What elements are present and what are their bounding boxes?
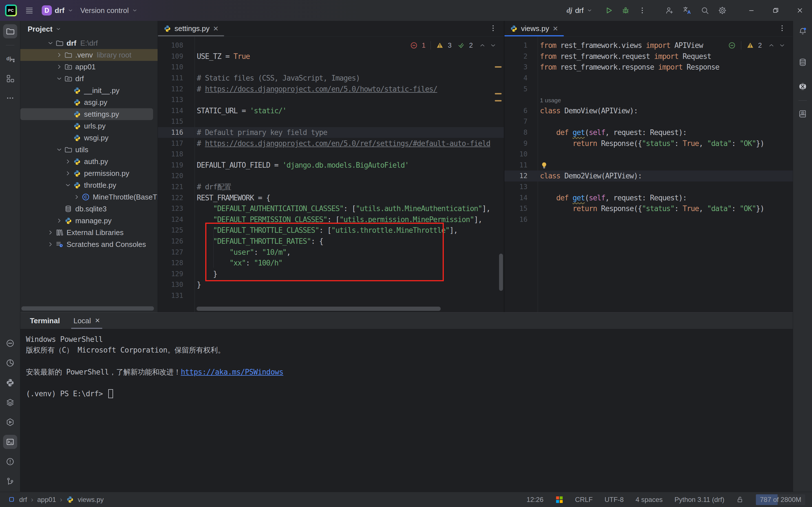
editor-options-icon[interactable]: [489, 24, 497, 32]
terminal-tab-local[interactable]: Local ✕: [68, 313, 105, 329]
next-problem-icon[interactable]: [779, 42, 786, 49]
chevron-right-icon[interactable]: [55, 63, 63, 70]
project-tool-button[interactable]: [3, 24, 17, 38]
settings-editor-body[interactable]: 1 3 2 108109USE_TZ = True110111# Static …: [158, 37, 504, 312]
code-line-112[interactable]: 112# https://docs.djangoproject.com/en/5…: [158, 83, 504, 95]
code-line-2[interactable]: 2from rest_framework.request import Requ…: [504, 51, 793, 62]
code-line-11[interactable]: 11: [504, 160, 793, 171]
code-line-6[interactable]: 6class DemoView(APIView):: [504, 105, 793, 116]
close-button[interactable]: [788, 0, 812, 21]
memory-indicator[interactable]: 787 of 2800M: [756, 494, 805, 505]
inspection-widget[interactable]: 2: [728, 41, 786, 50]
usage-inlay-row[interactable]: 1 usage: [504, 95, 793, 105]
terminal-link[interactable]: https://aka.ms/PSWindows: [181, 368, 283, 376]
code-line-4[interactable]: 4: [504, 73, 793, 84]
code-line-118[interactable]: 118: [158, 149, 504, 160]
code-line-122[interactable]: 122REST_FRAMEWORK = {: [158, 192, 504, 203]
more-tool-windows-icon[interactable]: [3, 91, 17, 105]
tree-item-init-py[interactable]: __init__.py: [20, 84, 158, 96]
inspection-widget[interactable]: 1 3 2: [410, 41, 496, 50]
minimize-button[interactable]: [739, 0, 763, 21]
terminal-tool-button[interactable]: [3, 435, 17, 449]
tree-item-drf[interactable]: drfE:\drf: [20, 37, 158, 49]
project-widget[interactable]: D drf: [38, 3, 77, 18]
tab-close-icon[interactable]: ✕: [553, 25, 558, 33]
code-line-121[interactable]: 121# drf配置: [158, 181, 504, 192]
settings-vscrollbar[interactable]: [499, 253, 503, 291]
notifications-tool-button[interactable]: [796, 24, 810, 38]
code-with-me-icon[interactable]: [665, 6, 674, 15]
tab-settings-py[interactable]: settings.py ✕: [158, 21, 224, 36]
settings-hscrollbar[interactable]: [197, 306, 441, 311]
next-problem-icon[interactable]: [490, 42, 496, 49]
tab-views-py[interactable]: views.py ✕: [504, 21, 564, 36]
editor-options-icon[interactable]: [778, 24, 786, 32]
tree-item-minethrottle-basethrottle[interactable]: CMineThrottle(BaseThrottle): [20, 191, 158, 203]
dictionary-tool-button[interactable]: A: [796, 107, 810, 121]
inspections-tool-button[interactable]: [3, 336, 17, 350]
code-line-5[interactable]: 5: [504, 83, 793, 95]
code-line-111[interactable]: 111# Static files (CSS, JavaScript, Imag…: [158, 73, 504, 84]
structure-tool-button[interactable]: [3, 71, 17, 86]
code-line-120[interactable]: 120: [158, 170, 504, 181]
vcs-widget[interactable]: Version control: [77, 3, 141, 18]
code-line-13[interactable]: 13: [504, 181, 793, 192]
microsoft-logo-icon[interactable]: [555, 496, 563, 504]
code-line-109[interactable]: 109USE_TZ = True: [158, 51, 504, 62]
tree-item-db-sqlite3[interactable]: db.sqlite3: [20, 203, 158, 215]
status-encoding[interactable]: UTF-8: [604, 496, 624, 504]
database-tool-button[interactable]: [796, 55, 810, 69]
stripe-warning-mark[interactable]: [495, 66, 501, 68]
code-line-131[interactable]: 131: [158, 290, 504, 301]
more-actions-icon[interactable]: [638, 6, 646, 14]
code-line-14[interactable]: 14 def get(self, request: Request):: [504, 192, 793, 203]
code-line-117[interactable]: 117# https://docs.djangoproject.com/en/5…: [158, 138, 504, 149]
plugin-x-tool-button[interactable]: [796, 79, 810, 94]
code-line-12[interactable]: 12class Demo2View(APIView):: [504, 170, 793, 181]
search-everywhere-icon[interactable]: [700, 6, 709, 15]
maximize-button[interactable]: [763, 0, 788, 21]
stripe-warning-mark[interactable]: [495, 100, 501, 102]
version-control-tool-button[interactable]: [3, 474, 17, 489]
chevron-down-icon[interactable]: [55, 26, 61, 32]
run-button[interactable]: [604, 6, 613, 15]
chevron-right-icon[interactable]: [64, 158, 72, 165]
tree-item-urls-py[interactable]: urls.py: [20, 120, 158, 132]
tree-item-drf[interactable]: drf: [20, 73, 158, 84]
code-line-7[interactable]: 7: [504, 116, 793, 127]
code-line-119[interactable]: 119DEFAULT_AUTO_FIELD = 'django.db.model…: [158, 160, 504, 171]
python-console-tool-button[interactable]: [3, 376, 17, 390]
services-tool-button[interactable]: [3, 415, 17, 429]
code-line-8[interactable]: 8 def get(self, request: Request):: [504, 127, 793, 138]
tree-item-settings-py[interactable]: settings.py: [20, 108, 153, 120]
status-interpreter[interactable]: Python 3.11 (drf): [674, 496, 724, 504]
breadcrumb-drf[interactable]: drf: [19, 496, 27, 504]
tab-close-icon[interactable]: ✕: [213, 25, 218, 33]
profiler-tool-button[interactable]: [3, 356, 17, 370]
intention-bulb-icon[interactable]: [540, 161, 548, 170]
translate-icon[interactable]: A: [682, 6, 692, 15]
settings-gear-icon[interactable]: [718, 6, 727, 15]
chevron-right-icon[interactable]: [72, 193, 81, 201]
tree-item-scratches-and-consoles[interactable]: Scratches and Consoles: [20, 238, 158, 250]
code-line-3[interactable]: 3from rest_framework.response import Res…: [504, 62, 793, 73]
tree-hscrollbar[interactable]: [21, 306, 154, 311]
chevron-right-icon[interactable]: [55, 217, 63, 224]
terminal-output[interactable]: Windows PowerShell版权所有（C） Microsoft Corp…: [20, 329, 793, 492]
status-line-separator[interactable]: CRLF: [575, 496, 593, 504]
tree-item-wsgi-py[interactable]: wsgi.py: [20, 132, 158, 144]
django-structure-tool-button[interactable]: dj: [3, 52, 17, 66]
tree-item-external-libraries[interactable]: External Libraries: [20, 227, 158, 238]
stripe-warning-mark[interactable]: [495, 93, 501, 95]
chevron-down-icon[interactable]: [55, 146, 63, 153]
status-indent[interactable]: 4 spaces: [636, 496, 662, 504]
prev-problem-icon[interactable]: [479, 42, 486, 49]
prev-problem-icon[interactable]: [768, 42, 775, 49]
tree-item-throttle-py[interactable]: throttle.py: [20, 179, 158, 191]
code-line-110[interactable]: 110: [158, 62, 504, 73]
chevron-right-icon[interactable]: [55, 51, 63, 59]
run-configuration[interactable]: dj drf: [563, 3, 596, 18]
main-menu-icon[interactable]: [25, 6, 34, 15]
code-line-9[interactable]: 9 return Response({"status": True, "data…: [504, 138, 793, 149]
lock-icon[interactable]: [736, 496, 744, 504]
